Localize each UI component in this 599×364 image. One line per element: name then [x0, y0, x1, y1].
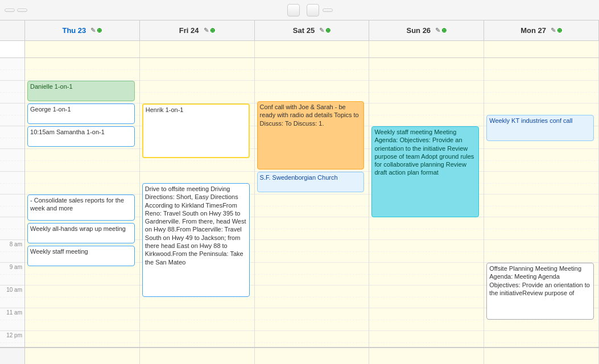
time-grid-container: 8 am9 am10 am11 am12 pm1 pm2 pm3 pm4 pm5…: [0, 58, 599, 347]
event-weekly-staff-thu[interactable]: Weekly staff meeting: [27, 246, 135, 266]
day-header-sat: Sat 25 ✎ ⊕: [255, 20, 370, 40]
time-axis: 8 am9 am10 am11 am12 pm1 pm2 pm3 pm4 pm5…: [0, 58, 25, 347]
time-label-12: 12 pm: [0, 331, 24, 347]
half-line-15: [255, 251, 369, 252]
half-line-18: [369, 320, 484, 320]
allday-mon: [484, 41, 599, 57]
half-line-12: [25, 183, 139, 184]
note-label: [0, 348, 25, 364]
half-line-19: [25, 342, 139, 343]
half-hour-mark-2: [0, 115, 24, 115]
event-danielle[interactable]: Danielle 1-on-1: [27, 81, 135, 101]
event-sf-church[interactable]: S.F. Swedenborgian Church: [257, 172, 365, 192]
event-samantha[interactable]: 10:15am Samantha 1-on-1: [27, 126, 135, 147]
edit-icon-mon[interactable]: ✎: [551, 27, 556, 34]
edit-icon-sat[interactable]: ✎: [319, 27, 324, 34]
col-sat: Conf call with Joe & Sarah - be ready wi…: [255, 58, 370, 347]
add-icon-thu[interactable]: ⊕: [97, 27, 102, 34]
half-line-17: [140, 297, 254, 297]
day-header-thu: Thu 23 ✎ ⊕: [25, 20, 140, 40]
half-line-16: [255, 274, 369, 275]
event-weekly-kt[interactable]: Weekly KT industries conf call: [486, 115, 594, 141]
event-offsite-planning[interactable]: Offsite Planning Meeting Meeting Agenda:…: [486, 263, 594, 320]
event-consolidate[interactable]: - Consolidate sales reports for the week…: [27, 195, 135, 221]
half-line-11: [25, 160, 139, 161]
calendar-header: [0, 0, 599, 20]
add-icon-sat[interactable]: ⊕: [325, 27, 331, 34]
add-icon-mon[interactable]: ⊕: [557, 27, 562, 34]
half-line-7: [255, 69, 369, 70]
allday-fri: [140, 41, 255, 57]
event-weekly-staff-meeting[interactable]: Weekly staff meeting Meeting Agenda: Obj…: [371, 126, 479, 217]
half-hour-mark-7: [0, 229, 24, 229]
half-line-16: [25, 274, 139, 275]
half-hour-mark-4: [0, 160, 24, 161]
event-weekly-allhands[interactable]: Weekly all-hands wrap up meeting: [27, 223, 135, 243]
col-fri: Henrik 1-on-1Drive to offsite meeting Dr…: [140, 58, 255, 347]
day-headers-row: Thu 23 ✎ ⊕ Fri 24 ✎ ⊕ Sat 25 ✎ ⊕ Sun 26 …: [0, 20, 599, 41]
half-line-8: [369, 92, 484, 93]
half-line-12: [484, 183, 598, 184]
half-line-8: [255, 92, 369, 93]
half-hour-mark-6: [0, 206, 24, 206]
edit-icon-sun[interactable]: ✎: [435, 27, 440, 34]
edit-icon-thu[interactable]: ✎: [90, 27, 96, 34]
5day-view-button[interactable]: [17, 9, 27, 12]
half-line-18: [25, 320, 139, 320]
half-hour-mark-10: [0, 297, 24, 297]
view-controls: [5, 9, 27, 12]
half-line-17: [255, 297, 369, 297]
half-line-15: [369, 251, 484, 252]
hour-line-19: [484, 331, 598, 347]
half-hour-mark-1: [0, 92, 24, 93]
half-line-7: [484, 69, 598, 70]
half-hour-mark-3: [0, 138, 24, 138]
half-line-11: [484, 160, 598, 161]
half-line-14: [484, 229, 598, 229]
days-scroll-area: Danielle 1-on-1George 1-on-110:15am Sama…: [25, 58, 599, 347]
at-symbol: [0, 41, 25, 57]
hour-line-19: [255, 331, 369, 347]
half-line-19: [369, 342, 484, 343]
calendar-body: Thu 23 ✎ ⊕ Fri 24 ✎ ⊕ Sat 25 ✎ ⊕ Sun 26 …: [0, 20, 599, 364]
prev-button[interactable]: [287, 4, 300, 16]
add-icon-sun[interactable]: ⊕: [441, 27, 447, 34]
allday-row: [0, 41, 599, 58]
half-line-17: [25, 297, 139, 297]
hour-line-19: [25, 331, 139, 347]
event-drive-offsite[interactable]: Drive to offsite meeting Driving Directi…: [142, 183, 250, 297]
half-line-8: [140, 92, 254, 93]
allday-sat: [255, 41, 370, 57]
edit-icon-fri[interactable]: ✎: [204, 27, 209, 34]
event-george[interactable]: George 1-on-1: [27, 104, 135, 124]
allday-sun: [369, 41, 484, 57]
half-line-11: [140, 160, 254, 161]
hour-line-19: [140, 331, 254, 347]
half-line-17: [369, 297, 484, 297]
half-line-7: [140, 69, 254, 70]
half-line-15: [484, 251, 598, 252]
note-sat: [255, 348, 370, 364]
note-row: [0, 347, 599, 364]
date-navigation: [287, 4, 333, 16]
half-line-13: [484, 206, 598, 206]
half-line-8: [484, 92, 598, 93]
col-thu: Danielle 1-on-1George 1-on-110:15am Sama…: [25, 58, 140, 347]
today-button[interactable]: [323, 9, 333, 12]
half-line-19: [255, 342, 369, 343]
half-line-19: [484, 342, 598, 343]
half-line-7: [25, 69, 139, 70]
col-sun: Weekly staff meeting Meeting Agenda: Obj…: [369, 58, 484, 347]
half-line-14: [255, 229, 369, 229]
day-view-button[interactable]: [5, 9, 15, 12]
event-conf-call-joe[interactable]: Conf call with Joe & Sarah - be ready wi…: [257, 101, 365, 169]
half-hour-mark-5: [0, 183, 24, 184]
header-center: [27, 4, 592, 16]
next-button[interactable]: [307, 4, 319, 16]
add-icon-fri[interactable]: ⊕: [210, 27, 215, 34]
event-henrik[interactable]: Henrik 1-on-1: [142, 104, 250, 158]
note-sun: [369, 348, 484, 364]
half-hour-mark-11: [0, 320, 24, 320]
day-header-fri: Fri 24 ✎ ⊕: [140, 20, 255, 40]
half-line-14: [369, 229, 484, 229]
